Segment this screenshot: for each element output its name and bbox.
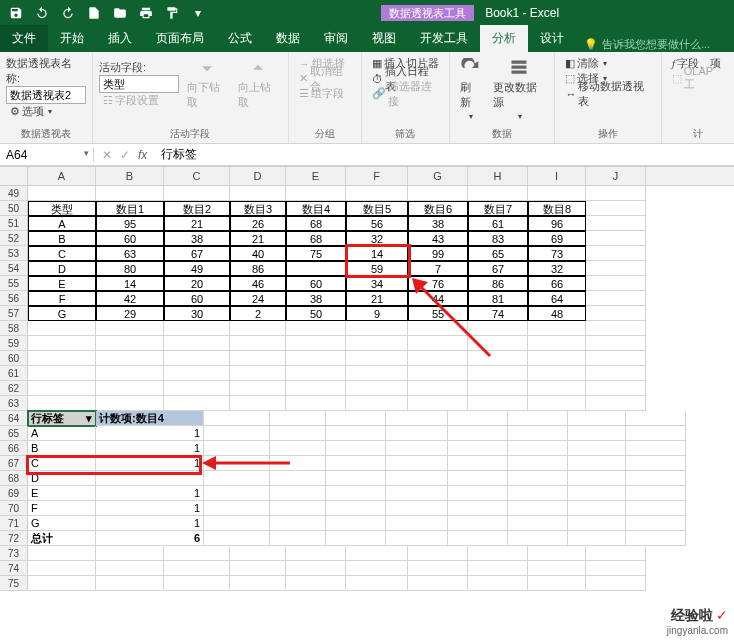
cell[interactable] <box>528 336 586 351</box>
cell[interactable] <box>386 441 448 456</box>
cell[interactable] <box>96 576 164 591</box>
cell[interactable] <box>96 366 164 381</box>
cell[interactable]: F <box>28 501 96 516</box>
cell[interactable] <box>96 381 164 396</box>
cell[interactable] <box>626 531 686 546</box>
cell[interactable] <box>28 546 96 561</box>
cell[interactable]: 14 <box>96 276 164 291</box>
row-header[interactable]: 72 <box>0 531 28 546</box>
cell[interactable]: 96 <box>528 216 586 231</box>
cell[interactable] <box>164 546 230 561</box>
cell[interactable] <box>626 501 686 516</box>
worksheet[interactable]: ABCDEFGHIJ 4950类型数目1数目2数目3数目4数目5数目6数目7数目… <box>0 166 734 626</box>
cell[interactable] <box>286 366 346 381</box>
cell[interactable] <box>96 396 164 411</box>
cell[interactable] <box>508 501 568 516</box>
cell[interactable]: 24 <box>230 291 286 306</box>
cell[interactable] <box>270 441 326 456</box>
cell[interactable]: E <box>28 486 96 501</box>
cell[interactable] <box>568 531 626 546</box>
row-header[interactable]: 69 <box>0 486 28 501</box>
cell[interactable]: 49 <box>164 261 230 276</box>
cell[interactable] <box>270 456 326 471</box>
cell[interactable]: 数目4 <box>286 201 346 216</box>
cell[interactable] <box>586 351 646 366</box>
cell[interactable] <box>508 426 568 441</box>
cell[interactable] <box>286 186 346 201</box>
cell[interactable] <box>568 516 626 531</box>
row-header[interactable]: 61 <box>0 366 28 381</box>
cell[interactable] <box>386 471 448 486</box>
cell[interactable] <box>586 261 646 276</box>
cell[interactable] <box>230 366 286 381</box>
cell[interactable] <box>626 471 686 486</box>
cell[interactable] <box>270 411 326 426</box>
cell[interactable]: 67 <box>468 261 528 276</box>
cell[interactable]: 7 <box>408 261 468 276</box>
cell[interactable] <box>468 576 528 591</box>
cell[interactable] <box>286 396 346 411</box>
cell[interactable] <box>230 576 286 591</box>
cell[interactable] <box>204 441 270 456</box>
tab-data[interactable]: 数据 <box>264 25 312 52</box>
cell[interactable] <box>204 531 270 546</box>
cell[interactable]: 29 <box>96 306 164 321</box>
cell[interactable] <box>230 186 286 201</box>
cell[interactable]: 20 <box>164 276 230 291</box>
cell[interactable]: 86 <box>230 261 286 276</box>
cell[interactable]: 66 <box>528 276 586 291</box>
cell[interactable] <box>568 411 626 426</box>
cell[interactable] <box>448 501 508 516</box>
cell[interactable]: 38 <box>408 216 468 231</box>
tab-layout[interactable]: 页面布局 <box>144 25 216 52</box>
cell[interactable]: G <box>28 516 96 531</box>
cell[interactable]: 总计 <box>28 531 96 546</box>
cell[interactable] <box>96 186 164 201</box>
cell[interactable] <box>270 516 326 531</box>
cell[interactable] <box>386 486 448 501</box>
cell[interactable] <box>408 351 468 366</box>
col-header[interactable]: E <box>286 167 346 185</box>
open-icon[interactable] <box>108 3 132 23</box>
cell[interactable]: 类型 <box>28 201 96 216</box>
pt-name-input[interactable] <box>6 86 86 104</box>
cell[interactable]: 83 <box>468 231 528 246</box>
cell[interactable]: E <box>28 276 96 291</box>
cell[interactable] <box>230 381 286 396</box>
cell[interactable]: G <box>28 306 96 321</box>
cell[interactable]: 26 <box>230 216 286 231</box>
row-header[interactable]: 55 <box>0 276 28 291</box>
redo-icon[interactable] <box>56 3 80 23</box>
tab-design[interactable]: 设计 <box>528 25 576 52</box>
cell[interactable] <box>468 396 528 411</box>
cell[interactable] <box>468 366 528 381</box>
row-header[interactable]: 70 <box>0 501 28 516</box>
row-header[interactable]: 53 <box>0 246 28 261</box>
cell[interactable] <box>326 411 386 426</box>
cell[interactable]: 1 <box>96 441 204 456</box>
cell[interactable] <box>96 561 164 576</box>
print-icon[interactable] <box>134 3 158 23</box>
col-header[interactable]: H <box>468 167 528 185</box>
cell[interactable]: 数目1 <box>96 201 164 216</box>
tab-insert[interactable]: 插入 <box>96 25 144 52</box>
cell[interactable] <box>586 291 646 306</box>
cell[interactable] <box>626 456 686 471</box>
row-header[interactable]: 57 <box>0 306 28 321</box>
cell[interactable] <box>164 561 230 576</box>
cell[interactable]: 63 <box>96 246 164 261</box>
cell[interactable]: 14 <box>346 246 408 261</box>
cell[interactable] <box>28 381 96 396</box>
cell[interactable]: 38 <box>164 231 230 246</box>
cell[interactable] <box>468 351 528 366</box>
cell[interactable] <box>346 561 408 576</box>
cell[interactable] <box>164 321 230 336</box>
row-header[interactable]: 73 <box>0 546 28 561</box>
cell[interactable]: 59 <box>346 261 408 276</box>
cell[interactable] <box>204 426 270 441</box>
row-header[interactable]: 58 <box>0 321 28 336</box>
cell[interactable] <box>508 411 568 426</box>
cell[interactable]: 1 <box>96 501 204 516</box>
cell[interactable] <box>508 471 568 486</box>
cell[interactable] <box>508 456 568 471</box>
